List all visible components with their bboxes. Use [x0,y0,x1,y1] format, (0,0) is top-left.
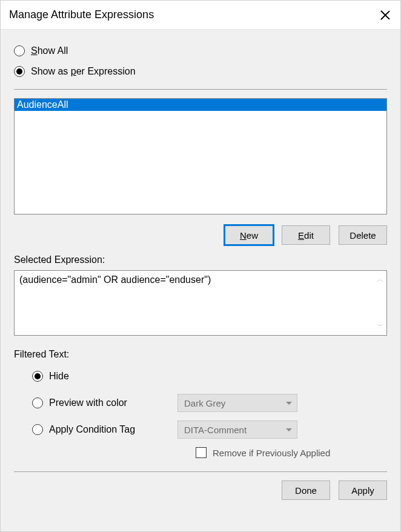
preview-with-color-radio[interactable]: Preview with color [32,397,177,408]
radio-icon [32,397,43,408]
apply-tag-label: Apply Condition Tag [49,424,135,435]
hide-label: Hide [49,371,69,382]
expressions-listbox[interactable]: AudienceAll [14,98,387,214]
show-per-expression-radio[interactable]: Show as per Expression [14,66,387,77]
radio-icon [32,424,43,435]
edit-button[interactable]: Edit [282,225,330,245]
footer-buttons: Done Apply [14,480,387,500]
apply-button[interactable]: Apply [339,480,387,500]
list-item[interactable]: AudienceAll [15,99,386,111]
radio-icon [14,66,25,77]
preview-label: Preview with color [49,397,127,408]
remove-prev-label: Remove if Previously Applied [213,448,330,458]
preview-color-value: Dark Grey [184,398,225,408]
close-icon[interactable] [380,10,391,21]
titlebar: Manage Attribute Expressions [1,1,400,30]
selected-expression-field[interactable]: (audience="admin" OR audience="enduser")… [14,270,387,336]
condition-tag-value: DITA-Comment [184,425,247,435]
hide-radio[interactable]: Hide [32,371,177,382]
dialog-title: Manage Attribute Expressions [9,8,154,21]
selected-expression-text[interactable]: (audience="admin" OR audience="enduser") [15,271,374,335]
done-button[interactable]: Done [282,480,330,500]
apply-condition-tag-radio[interactable]: Apply Condition Tag [32,424,177,435]
dialog-content: Show All Show as per Expression Audience… [1,30,400,531]
new-button[interactable]: New [225,225,273,245]
radio-icon [14,45,25,56]
filtered-text-label: Filtered Text: [14,349,387,360]
show-all-label: Show All [31,45,68,56]
selected-expression-label: Selected Expression: [14,254,387,265]
delete-button[interactable]: Delete [339,225,387,245]
show-all-radio[interactable]: Show All [14,45,387,56]
list-buttons-row: New Edit Delete [14,225,387,245]
chevron-down-icon[interactable]: ﹀ [377,321,384,331]
manage-attribute-expressions-dialog: Manage Attribute Expressions Show All Sh… [0,0,401,532]
preview-color-dropdown[interactable]: Dark Grey [177,394,297,412]
radio-icon [32,371,43,382]
checkbox-icon [196,447,207,458]
condition-tag-dropdown[interactable]: DITA-Comment [177,421,297,439]
remove-if-previously-applied-checkbox[interactable]: Remove if Previously Applied [196,447,387,458]
chevron-down-icon [286,402,292,405]
filtered-text-options: Hide Preview with color Dark Grey [32,366,387,458]
chevron-down-icon [286,428,292,431]
divider [14,89,387,90]
chevron-up-icon[interactable]: ︿ [377,274,384,285]
filtered-text-section: Filtered Text: Hide Preview with color D… [14,349,387,458]
show-per-expression-label: Show as per Expression [31,66,136,77]
divider [14,471,387,472]
scrollbar[interactable]: ︿ ﹀ [374,271,386,335]
